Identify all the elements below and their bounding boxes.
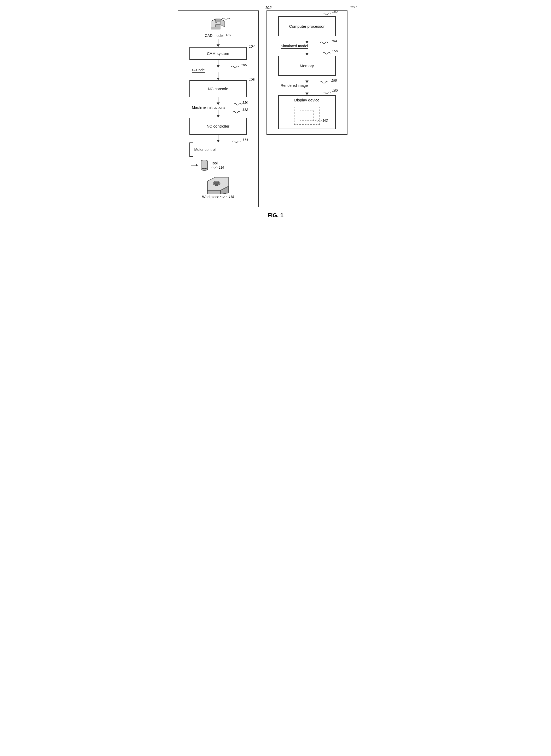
svg-point-7	[201, 168, 207, 170]
wavy-162	[315, 119, 322, 122]
tool-ref: 116	[219, 166, 224, 169]
arrow-cam-to-gcode	[216, 60, 220, 68]
tool-arrow-head	[196, 164, 198, 166]
gcode-ref: 106	[241, 63, 247, 67]
computer-processor-box: Computer processor	[278, 16, 336, 36]
left-column: CAD model 102 104	[178, 10, 258, 207]
display-device-box: Display device 162	[278, 95, 336, 129]
display-inner: 162	[294, 107, 320, 125]
nc-console-ref: 108	[249, 78, 255, 81]
arrow-memory-to-rendered	[306, 76, 309, 83]
wavy-motor	[232, 139, 243, 144]
memory-section: 156 Memory	[272, 56, 342, 76]
tool-label: Tool	[211, 161, 224, 165]
svg-point-12	[214, 182, 219, 184]
cam-system-label: CAM system	[207, 51, 229, 56]
right-column: 152 Computer processor Simulated model	[266, 10, 348, 135]
workpiece-icon	[206, 176, 230, 194]
motor-bracket	[189, 142, 193, 157]
rendered-image-label: Rendered image	[281, 83, 308, 88]
display-rendered-inner	[300, 110, 314, 121]
diagram-container: 102 CAD model 1	[178, 10, 374, 219]
arrow-gcode-to-nc-console	[216, 72, 220, 80]
display-ref: 160	[332, 89, 338, 92]
cad-model-ref: 102	[225, 33, 231, 37]
processor-ref: 152	[332, 10, 338, 14]
diagram-wrapper: 102 CAD model 1	[178, 10, 374, 207]
simulated-model-row: Simulated model 154	[278, 44, 336, 48]
figure-label: FIG. 1	[178, 212, 374, 219]
motor-control-ref: 114	[242, 138, 248, 142]
cad-model-label-row: CAD model 102	[205, 33, 231, 38]
memory-box: Memory	[278, 56, 336, 76]
workpiece-label: Workpiece	[202, 195, 219, 199]
computer-processor-label: Computer processor	[289, 24, 325, 28]
display-device-section: 160 Display device	[272, 95, 342, 129]
simulated-model-ref: 154	[331, 39, 337, 43]
arrow-nc-to-machine	[216, 97, 220, 105]
tool-label-row: Tool 116	[211, 161, 224, 169]
wavy-nc-ctrl	[232, 110, 243, 114]
nc-controller-box: NC controller	[189, 118, 247, 135]
display-device-label: Display device	[279, 98, 335, 102]
display-inner-ref: 162	[323, 119, 328, 122]
tool-row: Tool 116	[191, 158, 248, 172]
motor-control-row: Motor control 114	[189, 142, 247, 157]
workpiece-label-row: Workpiece 118	[202, 195, 234, 199]
cam-system-section: 104 CAM system	[183, 47, 253, 60]
svg-rect-6	[201, 161, 207, 169]
machine-instructions-row: Machine instructions 110	[189, 105, 247, 110]
display-inner-ref-row: 162	[315, 119, 328, 122]
nc-controller-label: NC controller	[207, 124, 230, 128]
ref-150: 150	[350, 5, 356, 9]
rendered-image-ref: 158	[331, 78, 337, 82]
arrow-sim-to-memory	[306, 48, 309, 56]
nc-console-section: 108 NC console	[183, 80, 253, 97]
arrow-cad-to-cam	[216, 39, 220, 47]
arrow-machine-to-nc-ctrl	[216, 110, 220, 118]
arrow-nc-ctrl-to-motor	[216, 135, 220, 142]
computer-processor-section: 152 Computer processor	[272, 16, 342, 36]
cam-ref: 104	[249, 44, 255, 48]
wavy-rendered	[320, 80, 331, 85]
memory-label: Memory	[300, 63, 314, 68]
wavy-processor	[323, 11, 333, 16]
wavy-line-cad	[222, 17, 232, 21]
memory-ref: 156	[332, 49, 338, 53]
tool-arrow-line	[191, 165, 196, 165]
left-outer: 102 CAD model 1	[178, 10, 258, 207]
cam-system-box: CAM system	[189, 47, 247, 60]
arrow-processor-to-sim	[306, 36, 309, 44]
arrow-rendered-to-display	[306, 88, 309, 95]
nc-console-box: NC console	[189, 80, 247, 97]
tool-icon	[199, 158, 209, 172]
rendered-image-row: Rendered image 158	[278, 83, 336, 88]
wavy-gcode	[231, 65, 242, 69]
motor-control-label: Motor control	[194, 147, 216, 152]
simulated-model-label: Simulated model	[281, 44, 308, 49]
gcode-label: G-Code	[192, 68, 205, 73]
wavy-workpiece	[220, 195, 228, 199]
machine-instructions-ref: 110	[242, 100, 248, 104]
right-outer: 150 152 Computer processor	[266, 10, 348, 207]
cad-model-label: CAD model	[205, 33, 224, 38]
machine-instructions-label: Machine instructions	[192, 105, 225, 110]
wavy-memory	[323, 51, 333, 56]
wavy-sim	[320, 40, 331, 45]
gcode-row: G-Code 106	[189, 68, 247, 72]
workpiece-ref: 118	[228, 195, 234, 199]
nc-console-label: NC console	[208, 86, 228, 91]
wavy-display	[323, 90, 333, 95]
wavy-tool	[211, 166, 219, 169]
ref-100: 102	[265, 5, 271, 10]
workpiece-area: Workpiece 118	[202, 176, 234, 199]
cad-model-area: CAD model 102	[205, 16, 231, 38]
nc-controller-section: 112 NC controller	[183, 118, 253, 135]
nc-controller-ref: 112	[242, 108, 248, 112]
